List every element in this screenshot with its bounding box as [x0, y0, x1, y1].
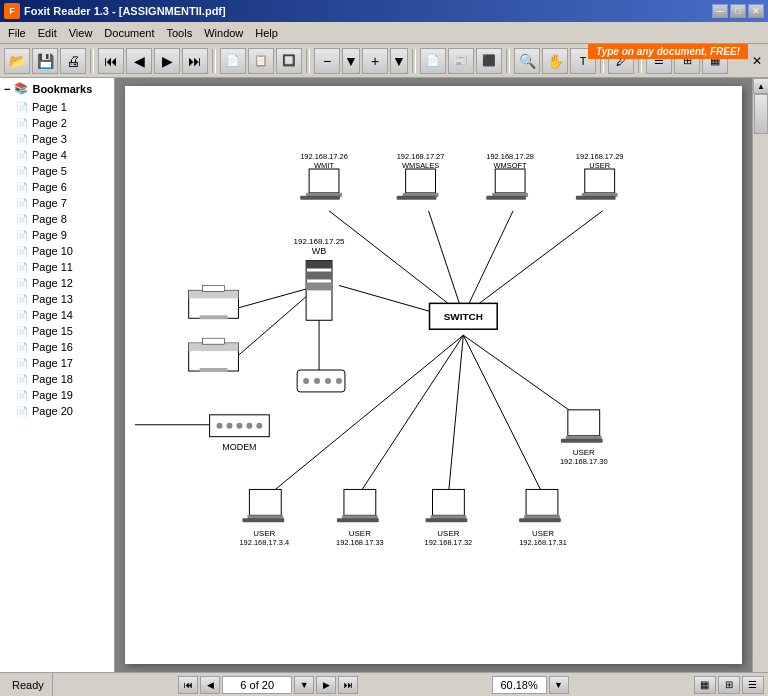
svg-text:192.168.17.33: 192.168.17.33 [336, 538, 384, 547]
sidebar-item-page-9[interactable]: 📄Page 9 [0, 227, 114, 243]
page-doc-icon: 📄 [16, 262, 28, 273]
snapshot-button[interactable]: 🔲 [276, 48, 302, 74]
page-doc-icon: 📄 [16, 230, 28, 241]
sidebar-item-page-11[interactable]: 📄Page 11 [0, 259, 114, 275]
sidebar-item-page-14[interactable]: 📄Page 14 [0, 307, 114, 323]
sidebar-item-page-8[interactable]: 📄Page 8 [0, 211, 114, 227]
zoom-input[interactable] [492, 676, 547, 694]
prev-page-nav[interactable]: ◀ [200, 676, 220, 694]
sidebar-page-label: Page 16 [32, 341, 73, 353]
svg-line-5 [463, 211, 513, 315]
first-page-nav[interactable]: ⏮ [178, 676, 198, 694]
close-button[interactable]: ✕ [748, 4, 764, 18]
sidebar-item-page-13[interactable]: 📄Page 13 [0, 291, 114, 307]
copy-button[interactable]: 📄 [220, 48, 246, 74]
svg-text:WMIT: WMIT [314, 161, 334, 170]
svg-text:WMSALES: WMSALES [402, 161, 439, 170]
sidebar-item-page-10[interactable]: 📄Page 10 [0, 243, 114, 259]
svg-point-51 [303, 378, 309, 384]
svg-rect-29 [397, 196, 437, 200]
zoom-fit-button[interactable]: ▼ [390, 48, 408, 74]
svg-rect-67 [249, 489, 281, 515]
hand-button[interactable]: ✋ [542, 48, 568, 74]
svg-rect-82 [526, 489, 558, 515]
svg-text:192.168.17.26: 192.168.17.26 [300, 152, 348, 161]
toolbar-close[interactable]: ✕ [750, 52, 764, 70]
prev-page-button[interactable]: ◀ [126, 48, 152, 74]
svg-rect-64 [561, 439, 603, 443]
pdf-page: WB 192.168.17.25 SWITCH 192.168.17.26 WM… [125, 86, 742, 664]
svg-text:USER: USER [532, 529, 554, 538]
next-page-button[interactable]: ▶ [154, 48, 180, 74]
sidebar-page-label: Page 6 [32, 181, 67, 193]
ad-banner[interactable]: Type on any document, FREE! [588, 44, 748, 59]
sidebar-item-page-19[interactable]: 📄Page 19 [0, 387, 114, 403]
save-button[interactable]: 💾 [32, 48, 58, 74]
sidebar-item-page-4[interactable]: 📄Page 4 [0, 147, 114, 163]
zoom-dropdown-btn[interactable]: ▼ [549, 676, 569, 694]
search-button[interactable]: 🔍 [514, 48, 540, 74]
svg-text:192.168.17.3.4: 192.168.17.3.4 [239, 538, 289, 547]
svg-line-11 [463, 335, 543, 494]
main-layout: − 📚 Bookmarks 📄Page 1📄Page 2📄Page 3📄Page… [0, 78, 768, 672]
fit-page-button[interactable]: ⬛ [476, 48, 502, 74]
page-view-button[interactable]: 📄 [420, 48, 446, 74]
sidebar-page-label: Page 17 [32, 357, 73, 369]
svg-rect-84 [519, 518, 561, 522]
sidebar-item-page-7[interactable]: 📄Page 7 [0, 195, 114, 211]
minimize-button[interactable]: — [712, 4, 728, 18]
sidebar-item-page-18[interactable]: 📄Page 18 [0, 371, 114, 387]
page-input[interactable] [222, 676, 292, 694]
sidebar-item-page-2[interactable]: 📄Page 2 [0, 115, 114, 131]
menu-edit[interactable]: Edit [32, 25, 63, 41]
sidebar-item-page-3[interactable]: 📄Page 3 [0, 131, 114, 147]
last-page-button[interactable]: ⏭ [182, 48, 208, 74]
two-page-button[interactable]: 📰 [448, 48, 474, 74]
page-doc-icon: 📄 [16, 246, 28, 257]
sidebar-page-label: Page 7 [32, 197, 67, 209]
svg-rect-49 [200, 368, 228, 372]
page-dropdown-nav[interactable]: ▼ [294, 676, 314, 694]
sidebar-item-page-17[interactable]: 📄Page 17 [0, 355, 114, 371]
next-page-nav[interactable]: ▶ [316, 676, 336, 694]
menu-help[interactable]: Help [249, 25, 284, 41]
svg-rect-48 [203, 338, 225, 344]
sidebar-item-page-5[interactable]: 📄Page 5 [0, 163, 114, 179]
status-btn3[interactable]: ☰ [742, 676, 764, 694]
scroll-thumb[interactable] [754, 94, 768, 134]
status-btn1[interactable]: ▦ [694, 676, 716, 694]
svg-rect-62 [568, 410, 600, 436]
menu-view[interactable]: View [63, 25, 99, 41]
svg-text:192.168.17.27: 192.168.17.27 [397, 152, 445, 161]
scroll-up-arrow[interactable]: ▲ [753, 78, 768, 94]
last-page-nav[interactable]: ⏭ [338, 676, 358, 694]
menu-window[interactable]: Window [198, 25, 249, 41]
zoom-in-button[interactable]: + [362, 48, 388, 74]
svg-rect-16 [306, 272, 332, 280]
menu-file[interactable]: File [2, 25, 32, 41]
collapse-icon[interactable]: − [4, 83, 10, 95]
vertical-scrollbar[interactable]: ▲ [752, 78, 768, 672]
print-button[interactable]: 🖨 [60, 48, 86, 74]
menu-tools[interactable]: Tools [161, 25, 199, 41]
sidebar-item-page-6[interactable]: 📄Page 6 [0, 179, 114, 195]
open-button[interactable]: 📂 [4, 48, 30, 74]
sidebar-item-page-20[interactable]: 📄Page 20 [0, 403, 114, 419]
sidebar-item-page-12[interactable]: 📄Page 12 [0, 275, 114, 291]
svg-line-8 [463, 335, 582, 420]
svg-line-12 [269, 335, 463, 494]
zoom-dropdown-button[interactable]: ▼ [342, 48, 360, 74]
menu-document[interactable]: Document [98, 25, 160, 41]
status-btn2[interactable]: ⊞ [718, 676, 740, 694]
svg-rect-27 [406, 169, 436, 193]
page-doc-icon: 📄 [16, 134, 28, 145]
sidebar-item-page-15[interactable]: 📄Page 15 [0, 323, 114, 339]
maximize-button[interactable]: □ [730, 4, 746, 18]
first-page-button[interactable]: ⏮ [98, 48, 124, 74]
svg-point-60 [256, 423, 262, 429]
zoom-out-button[interactable]: − [314, 48, 340, 74]
page-doc-icon: 📄 [16, 374, 28, 385]
sidebar-item-page-16[interactable]: 📄Page 16 [0, 339, 114, 355]
sidebar-item-page-1[interactable]: 📄Page 1 [0, 99, 114, 115]
paste-button[interactable]: 📋 [248, 48, 274, 74]
